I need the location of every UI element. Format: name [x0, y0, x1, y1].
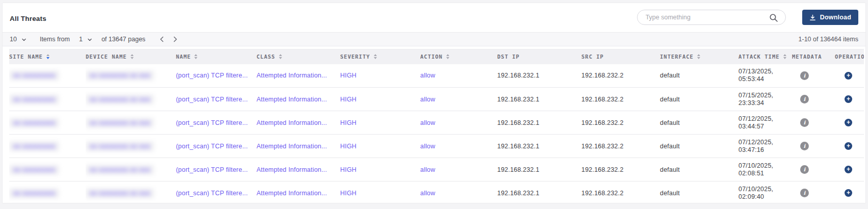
severity-cell-text: HIGH: [340, 143, 356, 150]
class-cell[interactable]: Attempted Information...: [257, 135, 340, 158]
threat-name-cell-text[interactable]: (port_scan) TCP filtere...: [176, 190, 248, 197]
threat-name-cell[interactable]: (port_scan) TCP filtere...: [176, 158, 257, 181]
sort-icon[interactable]: [46, 54, 49, 59]
action-cell-text[interactable]: allow: [420, 166, 436, 173]
class-cell[interactable]: Attempted Information...: [257, 158, 340, 181]
class-cell-text[interactable]: Attempted Information...: [257, 166, 327, 173]
table-row: xx xxxxxxxxxxx xxxxxxxx xx xxx(port_scan…: [9, 158, 864, 181]
dst-ip-cell: 192.168.232.1: [497, 111, 581, 135]
pagination-controls: 10 Items from 1 of 13647 pages: [10, 35, 179, 43]
action-cell[interactable]: allow: [420, 181, 497, 204]
expand-operations-icon[interactable]: +: [845, 95, 852, 103]
chevron-left-icon: [160, 36, 164, 42]
expand-operations-icon[interactable]: +: [845, 142, 852, 150]
metadata-info-icon[interactable]: i: [800, 118, 809, 127]
metadata-info-icon[interactable]: i: [800, 142, 809, 150]
threat-name-cell-text[interactable]: (port_scan) TCP filtere...: [176, 119, 248, 126]
sort-icon[interactable]: [194, 54, 197, 59]
action-cell[interactable]: allow: [420, 111, 497, 135]
class-cell[interactable]: Attempted Information...: [257, 88, 340, 111]
column-header-site-name[interactable]: SITE NAME: [9, 49, 86, 64]
class-cell-text[interactable]: Attempted Information...: [257, 96, 327, 103]
metadata-info-icon[interactable]: i: [800, 189, 809, 197]
sort-icon[interactable]: [446, 54, 449, 59]
sort-icon[interactable]: [279, 54, 282, 59]
redacted-device-name: xx xxxxxxxx xx xxx: [86, 70, 154, 81]
column-header-attack-time[interactable]: ATTACK TIME: [738, 49, 792, 64]
column-label: OPERATIONS: [835, 54, 864, 60]
action-cell[interactable]: allow: [420, 158, 497, 181]
threat-name-cell-text[interactable]: (port_scan) TCP filtere...: [176, 96, 248, 103]
attack-date: 07/10/2025,: [738, 162, 787, 170]
severity-cell: HIGH: [340, 135, 420, 158]
redacted-site-name: xx xxxxxxxxx: [9, 94, 59, 104]
threat-name-cell[interactable]: (port_scan) TCP filtere...: [176, 64, 257, 88]
action-cell-text[interactable]: allow: [420, 190, 436, 197]
interface-cell-text: default: [660, 96, 680, 103]
metadata-info-icon[interactable]: i: [800, 95, 809, 103]
search-input[interactable]: [637, 10, 785, 24]
sort-icon[interactable]: [374, 54, 377, 59]
column-header-dst-ip: DST IP: [497, 49, 581, 64]
threat-name-cell[interactable]: (port_scan) TCP filtere...: [176, 135, 257, 158]
threat-name-cell-text[interactable]: (port_scan) TCP filtere...: [176, 143, 248, 150]
action-cell-text[interactable]: allow: [420, 96, 436, 103]
column-header-name[interactable]: NAME: [176, 49, 257, 64]
action-cell[interactable]: allow: [420, 135, 497, 158]
toolbar: Download: [637, 10, 858, 25]
expand-operations-icon[interactable]: +: [845, 119, 852, 126]
sort-icon[interactable]: [697, 54, 700, 59]
class-cell-text[interactable]: Attempted Information...: [257, 119, 327, 126]
prev-page-button[interactable]: [158, 35, 166, 43]
attack-time-cell: 07/12/2025,03:44:57: [738, 111, 792, 135]
column-header-metadata: METADATA: [792, 49, 835, 64]
dst-ip-cell-text: 192.168.232.1: [497, 96, 540, 103]
expand-operations-icon[interactable]: +: [845, 72, 852, 80]
column-header-interface[interactable]: INTERFACE: [660, 49, 738, 64]
class-cell-text[interactable]: Attempted Information...: [257, 143, 327, 150]
download-button[interactable]: Download: [802, 10, 858, 25]
column-header-class[interactable]: CLASS: [257, 49, 340, 64]
column-header-device-name[interactable]: DEVICE NAME: [86, 49, 176, 64]
class-cell-text[interactable]: Attempted Information...: [257, 190, 327, 197]
page-number-select[interactable]: 1: [79, 36, 92, 43]
expand-operations-icon[interactable]: +: [845, 166, 852, 173]
action-cell[interactable]: allow: [420, 88, 497, 111]
action-cell-text[interactable]: allow: [420, 119, 436, 126]
class-cell[interactable]: Attempted Information...: [257, 181, 340, 204]
sort-icon[interactable]: [131, 54, 134, 59]
class-cell[interactable]: Attempted Information...: [257, 111, 340, 135]
search-icon[interactable]: [769, 13, 778, 22]
page-size-select[interactable]: 10: [10, 36, 27, 43]
site-name-cell: xx xxxxxxxxx: [9, 181, 86, 204]
action-cell-text[interactable]: allow: [420, 143, 436, 150]
attack-date: 07/13/2025,: [738, 68, 787, 75]
threat-name-cell-text[interactable]: (port_scan) TCP filtere...: [176, 166, 248, 173]
class-cell-text[interactable]: Attempted Information...: [257, 72, 327, 79]
column-header-action[interactable]: ACTION: [420, 49, 497, 64]
metadata-cell: i: [792, 135, 835, 158]
column-header-severity[interactable]: SEVERITY: [340, 49, 420, 64]
redacted-site-name: xx xxxxxxxxx: [9, 188, 59, 198]
attack-time-cell: 07/12/2025,03:47:16: [738, 135, 792, 158]
sort-icon[interactable]: [783, 54, 786, 59]
threat-name-cell-text[interactable]: (port_scan) TCP filtere...: [176, 72, 248, 79]
threat-name-cell[interactable]: (port_scan) TCP filtere...: [176, 111, 257, 135]
action-cell[interactable]: allow: [420, 64, 497, 88]
class-cell[interactable]: Attempted Information...: [257, 64, 340, 88]
column-label: ACTION: [420, 54, 443, 60]
operations-cell: +: [835, 181, 864, 204]
threat-name-cell[interactable]: (port_scan) TCP filtere...: [176, 181, 257, 204]
expand-operations-icon[interactable]: +: [845, 189, 852, 197]
threat-name-cell[interactable]: (port_scan) TCP filtere...: [176, 88, 257, 111]
attack-time: 03:47:16: [738, 146, 787, 154]
device-name-cell: xx xxxxxxxx xx xxx: [86, 135, 176, 158]
dst-ip-cell-text: 192.168.232.1: [497, 166, 540, 173]
total-pages-label: of 13647 pages: [101, 36, 145, 43]
metadata-info-icon[interactable]: i: [800, 165, 809, 174]
column-label: INTERFACE: [660, 54, 694, 60]
metadata-info-icon[interactable]: i: [800, 71, 809, 80]
next-page-button[interactable]: [171, 35, 179, 43]
action-cell-text[interactable]: allow: [420, 72, 436, 79]
dst-ip-cell: 192.168.232.1: [497, 158, 581, 181]
